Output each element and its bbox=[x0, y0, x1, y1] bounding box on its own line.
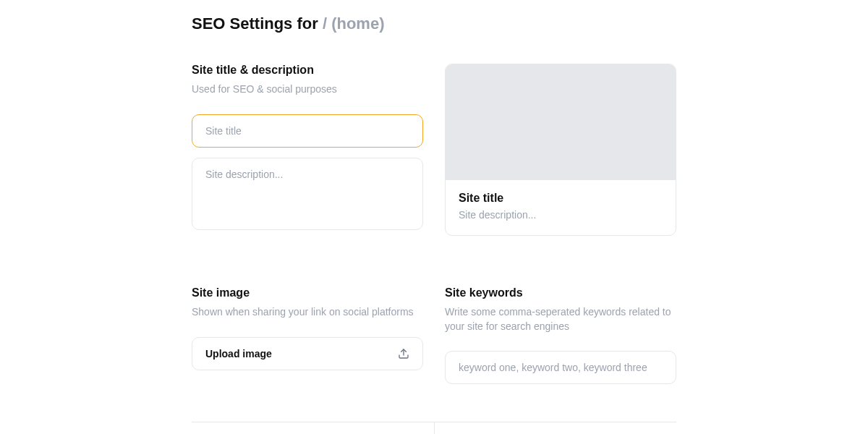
site-title-input[interactable] bbox=[192, 114, 423, 148]
section-title-desc: Site title & description Used for SEO & … bbox=[192, 64, 423, 236]
preview-desc: Site description... bbox=[459, 209, 663, 221]
page-title-path: / (home) bbox=[323, 14, 385, 33]
preview-image-placeholder bbox=[446, 64, 676, 180]
section-site-image: Site image Shown when sharing your link … bbox=[192, 286, 423, 384]
save-button[interactable]: Save bbox=[434, 422, 676, 434]
site-description-input[interactable] bbox=[192, 158, 423, 230]
footer-divider bbox=[434, 422, 435, 434]
upload-icon bbox=[398, 348, 409, 359]
section-heading-title-desc: Site title & description bbox=[192, 64, 423, 77]
preview-card: Site title Site description... bbox=[445, 64, 676, 236]
section-sub-site-keywords: Write some comma-seperated keywords rela… bbox=[445, 305, 676, 333]
section-sub-title-desc: Used for SEO & social purposes bbox=[192, 82, 423, 97]
section-site-keywords: Site keywords Write some comma-seperated… bbox=[445, 286, 676, 384]
upload-image-button[interactable]: Upload image bbox=[192, 337, 423, 370]
cancel-button[interactable]: Cancel bbox=[192, 422, 434, 434]
footer: Cancel Save bbox=[192, 422, 676, 434]
preview-title: Site title bbox=[459, 192, 663, 205]
page-title: SEO Settings for / (home) bbox=[192, 14, 676, 33]
page-title-prefix: SEO Settings for bbox=[192, 14, 323, 33]
upload-image-label: Upload image bbox=[205, 348, 272, 359]
section-sub-site-image: Shown when sharing your link on social p… bbox=[192, 305, 423, 320]
site-keywords-input[interactable] bbox=[445, 351, 676, 384]
section-heading-site-keywords: Site keywords bbox=[445, 286, 676, 299]
section-heading-site-image: Site image bbox=[192, 286, 423, 299]
